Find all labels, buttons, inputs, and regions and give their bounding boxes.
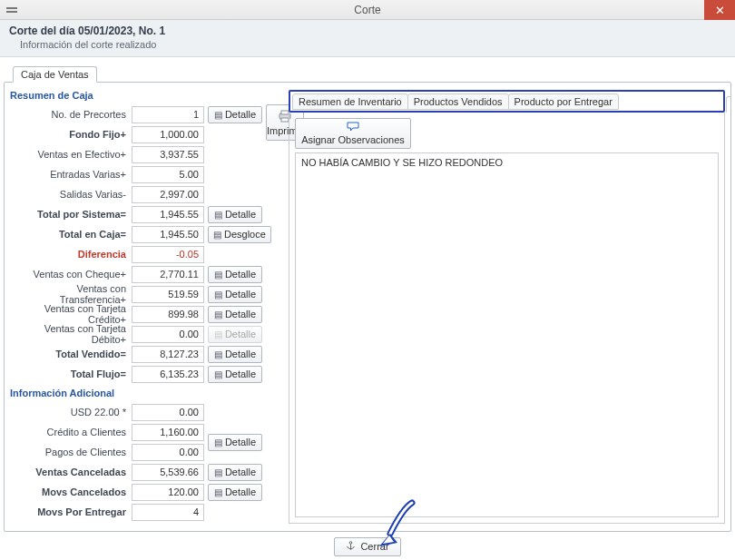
- body-area: Caja de Ventas Resumen de Caja No. de Pr…: [0, 57, 735, 560]
- detalle-tcredito-button[interactable]: ▤Detalle: [208, 306, 262, 323]
- btn-label: Asignar Observaciones: [301, 134, 405, 145]
- label-total-flujo: Total Flujo=: [10, 368, 132, 379]
- btn-label: Detalle: [225, 209, 256, 220]
- input-credito-clientes[interactable]: [132, 424, 204, 441]
- tab-observaciones[interactable]: Observaciones: [726, 96, 731, 113]
- observaciones-panel: Asignar Observaciones: [289, 113, 725, 524]
- label-ventas-canceladas: Ventas Canceladas: [10, 467, 132, 477]
- observaciones-textarea[interactable]: [295, 152, 719, 517]
- asignar-observaciones-button[interactable]: Asignar Observaciones: [295, 118, 411, 149]
- input-salidas-varias[interactable]: [132, 186, 204, 203]
- svg-rect-4: [281, 118, 289, 122]
- system-menu-icon: [5, 4, 18, 16]
- input-tarjeta-debito[interactable]: [132, 326, 204, 343]
- btn-label: Cerrar: [360, 541, 388, 552]
- desgloce-button[interactable]: ▤Desgloce: [208, 226, 271, 243]
- tab-producto-entregar[interactable]: Producto por Entregar: [508, 93, 619, 110]
- speech-bubble-icon: [347, 122, 359, 133]
- detalle-total-sistema-button[interactable]: ▤Detalle: [208, 206, 262, 223]
- detalle-total-vendido-button[interactable]: ▤Detalle: [208, 346, 262, 363]
- input-ventas-canceladas[interactable]: [132, 464, 204, 481]
- label-fondo-fijo: Fondo Fijo+: [10, 129, 132, 140]
- label-total-caja: Total en Caja=: [10, 229, 132, 240]
- row-precortes: No. de Precortes ▤ Detalle: [10, 104, 262, 124]
- right-tabs-highlight: Resumen de Inventario Productos Vendidos…: [289, 90, 725, 113]
- row-entradas-varias: Entradas Varias+: [10, 164, 278, 184]
- footer: Cerrar: [4, 532, 731, 560]
- btn-label: Detalle: [225, 349, 256, 359]
- label-total-sistema: Total por Sistema=: [10, 209, 132, 220]
- detalle-cheque-button[interactable]: ▤Detalle: [208, 266, 262, 283]
- input-diferencia[interactable]: [132, 246, 204, 263]
- input-usd[interactable]: [132, 404, 204, 421]
- label-ventas-cheque: Ventas con Cheque+: [10, 269, 132, 280]
- detalle-movs-cancelados-button[interactable]: ▤Detalle: [208, 484, 262, 501]
- row-credito-clientes: Crédito a Clientes: [10, 422, 204, 442]
- input-pagos-clientes[interactable]: [132, 444, 204, 461]
- detalle-transfer-button[interactable]: ▤Detalle: [208, 286, 262, 303]
- input-movs-entregar[interactable]: [132, 504, 204, 521]
- tab-productos-vendidos[interactable]: Productos Vendidos: [407, 93, 509, 110]
- detail-icon: ▤: [214, 290, 222, 300]
- input-fondo-fijo[interactable]: [132, 126, 204, 143]
- btn-label: Detalle: [225, 309, 256, 319]
- row-diferencia: Diferencia: [10, 244, 278, 264]
- row-tarjeta-debito: Ventas con Tarjeta Débito+ ▤Detalle: [10, 324, 278, 344]
- detalle-precortes-button[interactable]: ▤ Detalle: [208, 106, 262, 123]
- label-ventas-transfer: Ventas con Transferencia+: [10, 283, 132, 305]
- row-fondo-fijo: Fondo Fijo+: [10, 124, 262, 144]
- detail-icon: ▤: [214, 349, 222, 359]
- btn-label: Detalle: [225, 329, 256, 339]
- label-pagos-clientes: Pagos de Clientes: [10, 447, 132, 457]
- tab-caja-ventas[interactable]: Caja de Ventas: [13, 66, 97, 83]
- window-close-button[interactable]: ✕: [704, 0, 735, 20]
- row-total-vendido: Total Vendido= ▤Detalle: [10, 344, 278, 364]
- input-total-flujo[interactable]: [132, 366, 204, 383]
- row-ventas-efectivo: Ventas en Efectivo+: [10, 144, 278, 164]
- left-column: Resumen de Caja No. de Precortes ▤ Detal…: [10, 90, 278, 524]
- label-movs-entregar: Movs Por Entregar: [10, 506, 132, 517]
- detalle-ventas-canceladas-button[interactable]: ▤Detalle: [208, 464, 262, 481]
- label-movs-cancelados: Movs Cancelados: [10, 486, 132, 497]
- detail-icon: ▤: [214, 309, 222, 319]
- detail-icon: ▤: [214, 487, 222, 497]
- input-total-caja[interactable]: [132, 226, 204, 243]
- cerrar-button[interactable]: Cerrar: [334, 537, 400, 556]
- svg-point-5: [350, 541, 353, 544]
- detalle-clientes-button[interactable]: ▤ Detalle: [208, 434, 262, 451]
- row-pagos-clientes: Pagos de Clientes: [10, 442, 204, 462]
- label-credito-clientes: Crédito a Clientes: [10, 427, 132, 437]
- section-resumen-caja: Resumen de Caja: [10, 90, 278, 101]
- row-movs-cancelados: Movs Cancelados ▤Detalle: [10, 482, 278, 502]
- header-band: Corte del día 05/01/2023, No. 1 Informac…: [0, 20, 735, 57]
- close-icon: ✕: [715, 4, 725, 17]
- label-tarjeta-credito: Ventas con Tarjeta Crédito+: [10, 303, 132, 325]
- btn-label: Detalle: [225, 269, 256, 280]
- input-movs-cancelados[interactable]: [132, 484, 204, 501]
- label-entradas-varias: Entradas Varias+: [10, 169, 132, 180]
- btn-label: Detalle: [225, 486, 256, 497]
- input-ventas-cheque[interactable]: [132, 266, 204, 283]
- input-tarjeta-credito[interactable]: [132, 306, 204, 323]
- label-tarjeta-debito: Ventas con Tarjeta Débito+: [10, 323, 132, 345]
- input-total-vendido[interactable]: [132, 346, 204, 363]
- main-tabs: Caja de Ventas: [4, 64, 731, 83]
- input-precortes[interactable]: [132, 106, 204, 123]
- detail-icon: ▤: [213, 230, 221, 240]
- input-ventas-efectivo[interactable]: [132, 146, 204, 163]
- row-total-sistema: Total por Sistema= ▤Detalle: [10, 204, 278, 224]
- label-salidas-varias: Salidas Varias-: [10, 189, 132, 200]
- label-usd: USD 22.00 *: [10, 407, 132, 418]
- input-entradas-varias[interactable]: [132, 166, 204, 183]
- btn-label: Detalle: [225, 437, 256, 447]
- row-total-flujo: Total Flujo= ▤Detalle: [10, 364, 278, 384]
- btn-label: Desgloce: [224, 229, 266, 240]
- input-total-sistema[interactable]: [132, 206, 204, 223]
- window-titlebar: Corte ✕: [0, 0, 735, 20]
- label-precortes: No. de Precortes: [10, 109, 132, 120]
- input-ventas-transfer[interactable]: [132, 286, 204, 303]
- detalle-total-flujo-button[interactable]: ▤Detalle: [208, 366, 262, 383]
- row-movs-entregar: Movs Por Entregar: [10, 502, 278, 522]
- tab-resumen-inventario[interactable]: Resumen de Inventario: [292, 93, 408, 110]
- label-diferencia: Diferencia: [10, 249, 132, 260]
